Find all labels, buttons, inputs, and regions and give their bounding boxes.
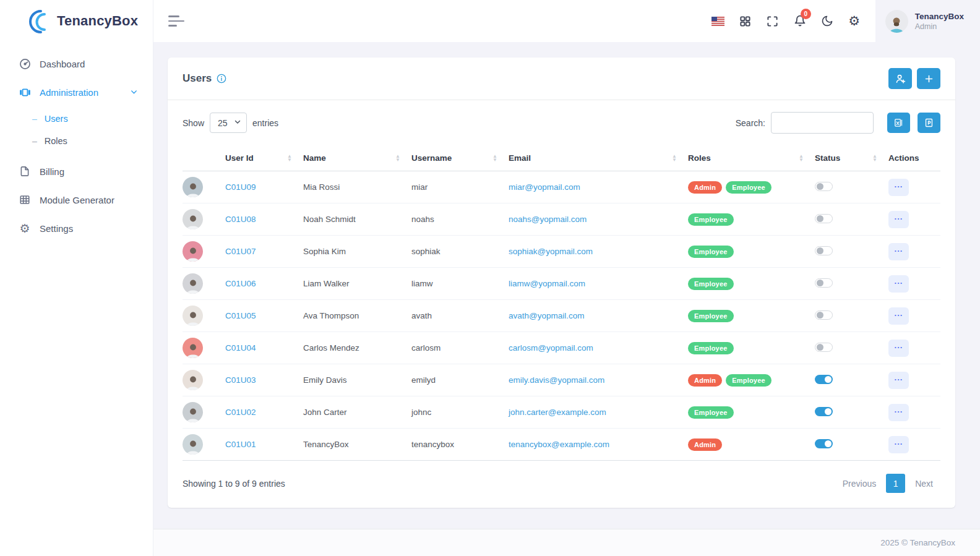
app-window: TenancyBox Dashboard (0, 0, 980, 556)
email-link[interactable]: john.carter@example.com (509, 408, 606, 417)
apps-grid-icon[interactable] (732, 7, 759, 35)
sidebar-item-settings[interactable]: ⚙ Settings (0, 214, 153, 242)
main-content: Users (153, 42, 980, 513)
dash-icon: – (32, 136, 37, 146)
hamburger-menu-icon[interactable] (168, 15, 187, 27)
user-name-cell: Emily Davis (303, 364, 411, 396)
role-badge-employee: Employee (688, 342, 734, 354)
page-size-select[interactable]: 25 (210, 113, 247, 133)
email-link[interactable]: noahs@yopmail.com (509, 215, 587, 224)
card-header: Users (168, 58, 955, 100)
column-header-name[interactable]: Name▲▼ (303, 145, 411, 171)
sidebar-item-module-generator[interactable]: Module Generator (0, 186, 153, 214)
status-toggle[interactable] (815, 278, 833, 288)
add-user-button[interactable] (917, 68, 940, 89)
dark-mode-moon-icon[interactable] (814, 7, 841, 35)
entries-label: entries (252, 118, 278, 128)
brand-logo[interactable]: TenancyBox (0, 0, 153, 42)
pagination-page-1[interactable]: 1 (886, 474, 905, 493)
fullscreen-icon[interactable] (759, 7, 786, 35)
email-link[interactable]: miar@yopmail.com (509, 182, 580, 192)
user-id-link[interactable]: C01U08 (225, 215, 256, 224)
language-flag-icon[interactable] (705, 7, 732, 35)
email-link[interactable]: carlosm@yopmail.com (509, 343, 593, 353)
role-badge-admin: Admin (688, 438, 722, 451)
user-avatar (183, 273, 203, 294)
user-avatar (183, 177, 203, 197)
user-name-cell: Sophia Kim (303, 236, 411, 268)
user-name-cell: Noah Schmidt (303, 203, 411, 236)
row-actions-button[interactable]: ... (888, 436, 909, 453)
user-name-cell: Mia Rossi (303, 171, 411, 203)
status-toggle[interactable] (815, 439, 833, 448)
table-row: C01U04 Carlos Mendez carlosm carlosm@yop… (183, 332, 940, 364)
row-actions-button[interactable]: ... (888, 307, 909, 325)
email-link[interactable]: emily.davis@yopmail.com (509, 375, 604, 385)
roles-cell: AdminEmployee (688, 171, 815, 203)
pagination-previous[interactable]: Previous (835, 475, 883, 492)
row-actions-button[interactable]: ... (888, 404, 909, 421)
user-id-link[interactable]: C01U01 (225, 440, 256, 449)
show-label: Show (183, 118, 204, 128)
sidebar-item-roles[interactable]: – Roles (0, 130, 153, 152)
user-role: Admin (915, 22, 964, 31)
row-actions-button[interactable]: ... (888, 372, 909, 389)
row-actions-button[interactable]: ... (888, 275, 909, 293)
settings-gear-icon[interactable]: ⚙ (841, 7, 868, 35)
row-actions-button[interactable]: ... (888, 340, 909, 357)
status-toggle[interactable] (815, 182, 833, 191)
user-id-link[interactable]: C01U06 (225, 279, 256, 288)
user-id-link[interactable]: C01U07 (225, 247, 256, 256)
sort-icon: ▲▼ (287, 155, 292, 162)
user-avatar (183, 209, 203, 229)
role-badge-admin: Admin (688, 181, 722, 194)
column-header-roles[interactable]: Roles▲▼ (688, 145, 815, 171)
status-toggle[interactable] (815, 310, 833, 320)
export-excel-button[interactable] (887, 113, 910, 133)
username-cell: tenancybox (411, 429, 509, 461)
sidebar-item-billing[interactable]: Billing (0, 157, 153, 186)
email-link[interactable]: liamw@yopmail.com (509, 279, 585, 288)
column-header-email[interactable]: Email▲▼ (509, 145, 688, 171)
sidebar-subitem-label: Users (45, 114, 68, 124)
row-actions-button[interactable]: ... (888, 243, 909, 260)
topbar: 0 ⚙ (153, 0, 980, 42)
column-header-username[interactable]: Username▲▼ (411, 145, 509, 171)
row-actions-button[interactable]: ... (888, 179, 909, 196)
user-id-link[interactable]: C01U04 (225, 343, 256, 353)
user-id-link[interactable]: C01U05 (225, 311, 256, 320)
sidebar-item-label: Billing (40, 166, 64, 177)
user-id-link[interactable]: C01U03 (225, 375, 256, 385)
invite-user-button[interactable] (888, 68, 912, 89)
sidebar-item-dashboard[interactable]: Dashboard (0, 49, 153, 78)
column-header-avatar (183, 145, 225, 171)
notifications-bell-icon[interactable]: 0 (786, 7, 814, 35)
user-id-link[interactable]: C01U09 (225, 182, 256, 192)
email-link[interactable]: tenancybox@example.com (509, 440, 609, 449)
sidebar-item-users[interactable]: – Users (0, 108, 153, 130)
pagination-next[interactable]: Next (908, 475, 940, 492)
user-avatar (183, 402, 203, 422)
email-link[interactable]: sophiak@yopmail.com (509, 247, 593, 256)
user-id-link[interactable]: C01U02 (225, 408, 256, 417)
status-toggle[interactable] (815, 246, 833, 255)
email-link[interactable]: avath@yopmail.com (509, 311, 585, 320)
username-cell: johnc (411, 396, 509, 429)
user-name-cell: Ava Thompson (303, 300, 411, 332)
status-toggle[interactable] (815, 214, 833, 223)
row-actions-button[interactable]: ... (888, 211, 909, 228)
status-toggle[interactable] (815, 407, 833, 416)
status-toggle[interactable] (815, 375, 833, 384)
user-name-cell: Carlos Mendez (303, 332, 411, 364)
sidebar-item-administration[interactable]: Administration (0, 78, 153, 106)
search-input[interactable] (771, 112, 874, 134)
users-table-wrap: User Id▲▼ Name▲▼ Username▲▼ Email▲▼ Role… (168, 145, 955, 461)
module-generator-icon (19, 194, 31, 206)
roles-cell: Employee (688, 268, 815, 300)
column-header-status[interactable]: Status▲▼ (815, 145, 888, 171)
user-menu[interactable]: TenancyBox Admin (875, 0, 980, 42)
info-icon[interactable] (217, 74, 226, 83)
column-header-user-id[interactable]: User Id▲▼ (225, 145, 303, 171)
status-toggle[interactable] (815, 343, 833, 352)
export-pdf-button[interactable] (918, 113, 940, 133)
